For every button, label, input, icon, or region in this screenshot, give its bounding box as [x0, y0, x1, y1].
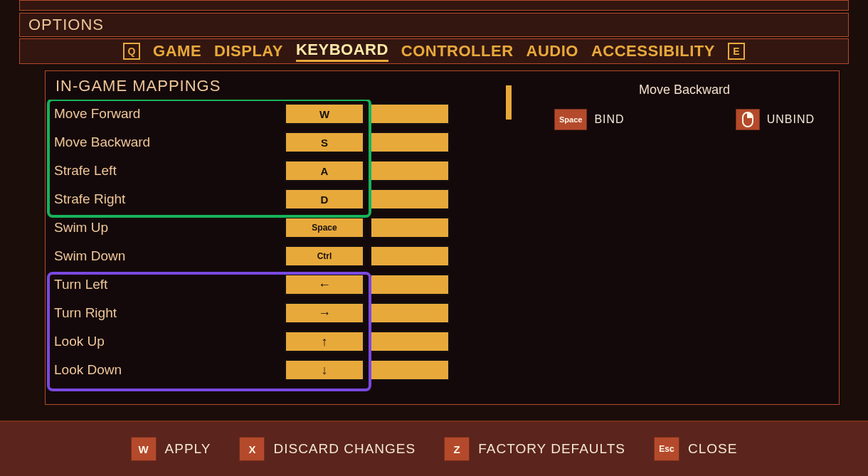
primary-bind-slot[interactable]: ← [285, 274, 364, 295]
mapping-row: Move ForwardW [47, 100, 504, 128]
tab-next-key-icon[interactable]: E [728, 43, 745, 60]
tab-accessibility[interactable]: ACCESSIBILITY [591, 42, 715, 60]
mapping-row: Turn Left← [47, 270, 504, 299]
scrollbar[interactable] [506, 85, 512, 397]
mapping-row: Turn Right→ [47, 299, 504, 327]
secondary-bind-slot[interactable] [370, 245, 450, 267]
primary-bind-slot[interactable]: D [285, 189, 364, 210]
mapping-name: Turn Left [54, 277, 279, 292]
bind-action[interactable]: Space BIND [554, 109, 625, 130]
tab-controller[interactable]: CONTROLLER [401, 42, 514, 60]
discard-key-icon: X [239, 437, 265, 461]
mapping-row: Swim UpSpace [47, 213, 504, 242]
primary-bind-slot[interactable]: A [285, 160, 364, 181]
bind-label: BIND [594, 113, 624, 126]
mapping-row: Swim DownCtrl [47, 242, 504, 270]
secondary-bind-slot[interactable] [370, 217, 450, 238]
mapping-row: Strafe LeftA [47, 157, 504, 185]
footer-bar: W APPLY X DISCARD CHANGES Z FACTORY DEFA… [0, 421, 868, 476]
mappings-column: IN-GAME MAPPINGS Move ForwardWMove Backw… [46, 71, 504, 404]
discard-label: DISCARD CHANGES [273, 441, 416, 457]
secondary-bind-slot[interactable] [370, 274, 450, 295]
detail-column: Move Backward Space BIND [504, 71, 839, 404]
primary-bind-slot[interactable]: Space [285, 217, 364, 238]
header-bar: OPTIONS [19, 13, 849, 37]
mouse-icon [736, 109, 760, 130]
mapping-name: Turn Right [54, 305, 279, 321]
close-button[interactable]: Esc CLOSE [654, 437, 737, 461]
mapping-name: Swim Down [54, 248, 279, 264]
secondary-bind-slot[interactable] [370, 331, 450, 352]
main-panel: IN-GAME MAPPINGS Move ForwardWMove Backw… [45, 70, 840, 405]
tab-bar: Q GAMEDISPLAYKEYBOARDCONTROLLERAUDIOACCE… [19, 38, 849, 64]
unbind-action[interactable]: UNBIND [736, 109, 815, 130]
mapping-row: Look Down↓ [47, 356, 504, 384]
mappings-list: Move ForwardWMove BackwardSStrafe LeftAS… [46, 100, 504, 384]
mapping-name: Move Forward [54, 106, 279, 122]
secondary-bind-slot[interactable] [370, 302, 450, 324]
scrollbar-thumb[interactable] [506, 85, 512, 120]
tab-prev-key-icon[interactable]: Q [123, 43, 140, 60]
mapping-row: Look Up↑ [47, 327, 504, 356]
primary-bind-slot[interactable]: Ctrl [285, 245, 364, 267]
defaults-key-icon: Z [444, 437, 470, 461]
secondary-bind-slot[interactable] [370, 132, 450, 153]
tab-display[interactable]: DISPLAY [214, 42, 283, 60]
secondary-bind-slot[interactable] [370, 359, 450, 381]
defaults-label: FACTORY DEFAULTS [478, 441, 625, 457]
primary-bind-slot[interactable]: W [285, 103, 364, 125]
detail-title: Move Backward [547, 83, 822, 97]
secondary-bind-slot[interactable] [370, 189, 450, 210]
section-title: IN-GAME MAPPINGS [55, 77, 504, 95]
mapping-name: Look Up [54, 334, 279, 349]
discard-button[interactable]: X DISCARD CHANGES [239, 437, 416, 461]
secondary-bind-slot[interactable] [370, 103, 450, 125]
tab-game[interactable]: GAME [153, 42, 201, 60]
primary-bind-slot[interactable]: ↑ [285, 331, 364, 352]
mapping-row: Strafe RightD [47, 185, 504, 213]
mapping-name: Move Backward [54, 134, 279, 150]
mapping-row: Move BackwardS [47, 128, 504, 157]
mapping-name: Strafe Left [54, 163, 279, 179]
apply-key-icon: W [131, 437, 157, 461]
top-strip [19, 0, 849, 11]
mapping-name: Look Down [54, 362, 279, 378]
primary-bind-slot[interactable]: S [285, 132, 364, 153]
mapping-name: Strafe Right [54, 191, 279, 207]
primary-bind-slot[interactable]: ↓ [285, 359, 364, 381]
close-label: CLOSE [688, 441, 737, 457]
primary-bind-slot[interactable]: → [285, 302, 364, 324]
defaults-button[interactable]: Z FACTORY DEFAULTS [444, 437, 625, 461]
bind-key-icon: Space [554, 109, 587, 130]
tab-keyboard[interactable]: KEYBOARD [296, 41, 388, 62]
secondary-bind-slot[interactable] [370, 160, 450, 181]
close-key-icon: Esc [654, 437, 679, 461]
tab-audio[interactable]: AUDIO [526, 42, 578, 60]
apply-label: APPLY [165, 441, 211, 457]
mapping-name: Swim Up [54, 220, 279, 236]
apply-button[interactable]: W APPLY [131, 437, 211, 461]
page-title: OPTIONS [28, 16, 104, 34]
unbind-label: UNBIND [767, 113, 815, 126]
